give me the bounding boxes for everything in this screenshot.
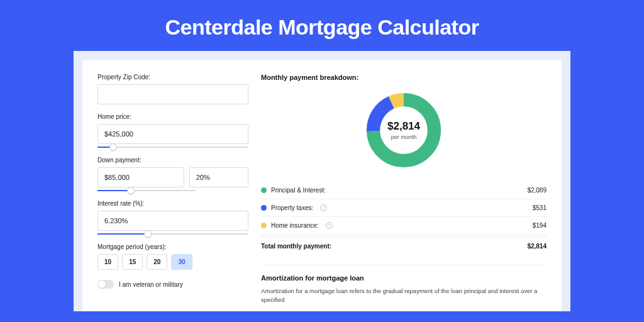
amortization-title: Amortization for mortgage loan (261, 265, 547, 282)
total-label: Total monthly payment: (261, 243, 331, 250)
amortization-text: Amortization for a mortgage loan refers … (261, 287, 547, 305)
legend-value: $194 (533, 222, 547, 229)
home-price-field-group: Home price: (97, 113, 248, 148)
period-btn-20[interactable]: 20 (147, 254, 167, 270)
down-payment-slider[interactable] (97, 190, 196, 191)
zip-field-group: Property Zip Code: (97, 74, 248, 104)
legend-label: Principal & Interest: (271, 187, 326, 194)
slider-thumb[interactable] (144, 230, 152, 238)
home-price-input[interactable] (97, 124, 248, 144)
slider-thumb[interactable] (127, 187, 135, 194)
page-title: Centerdale Mortgage Calculator (0, 0, 644, 51)
total-row: Total monthly payment: $2,814 (261, 236, 547, 258)
legend-label: Property taxes: (271, 204, 313, 211)
dot-icon (261, 223, 267, 228)
interest-slider[interactable] (97, 233, 248, 235)
veteran-toggle-row: I am veteran or military (97, 280, 248, 289)
legend-value: $2,089 (527, 187, 547, 194)
interest-field-group: Interest rate (%): (97, 200, 248, 235)
legend-value: $531 (533, 204, 547, 211)
donut-sub: per month (391, 134, 417, 140)
donut-center: $2,814 per month (364, 90, 444, 170)
slider-thumb[interactable] (109, 143, 117, 151)
period-btn-10[interactable]: 10 (97, 254, 118, 270)
breakdown-title: Monthly payment breakdown: (261, 74, 547, 81)
info-icon[interactable]: ? (320, 204, 327, 211)
period-label: Mortgage period (years): (97, 243, 248, 250)
interest-label: Interest rate (%): (97, 200, 248, 207)
zip-label: Property Zip Code: (97, 74, 248, 80)
home-price-slider[interactable] (97, 147, 248, 148)
total-value: $2,814 (527, 243, 547, 250)
dot-icon (261, 205, 267, 211)
veteran-toggle[interactable] (97, 280, 114, 289)
period-btn-15[interactable]: 15 (122, 254, 143, 270)
legend-row-taxes: Property taxes: ? $531 (261, 199, 547, 217)
down-payment-input[interactable] (97, 167, 184, 187)
calculator-inner-card: Property Zip Code: Home price: Down paym… (82, 60, 562, 311)
period-button-row: 10 15 20 30 (97, 254, 248, 270)
calculator-outer-card: Property Zip Code: Home price: Down paym… (74, 51, 570, 311)
legend-label: Home insurance: (271, 222, 319, 229)
legend-row-principal: Principal & Interest: $2,089 (261, 182, 547, 199)
dot-icon (261, 187, 267, 193)
legend-row-insurance: Home insurance: ? $194 (261, 217, 547, 235)
home-price-label: Home price: (97, 113, 248, 120)
donut-amount: $2,814 (387, 120, 420, 133)
zip-input[interactable] (97, 84, 248, 104)
info-icon[interactable]: ? (326, 222, 333, 229)
interest-input[interactable] (97, 211, 248, 231)
veteran-label: I am veteran or military (119, 281, 183, 288)
donut-chart: $2,814 per month (364, 90, 444, 170)
period-btn-30[interactable]: 30 (171, 254, 192, 270)
down-payment-field-group: Down payment: (97, 157, 248, 191)
form-column: Property Zip Code: Home price: Down paym… (97, 74, 248, 311)
donut-chart-wrap: $2,814 per month (261, 90, 547, 170)
breakdown-column: Monthly payment breakdown: $2,814 per mo… (261, 74, 547, 311)
down-payment-label: Down payment: (97, 157, 248, 164)
down-payment-pct-input[interactable] (189, 167, 248, 187)
period-field-group: Mortgage period (years): 10 15 20 30 (97, 243, 248, 270)
